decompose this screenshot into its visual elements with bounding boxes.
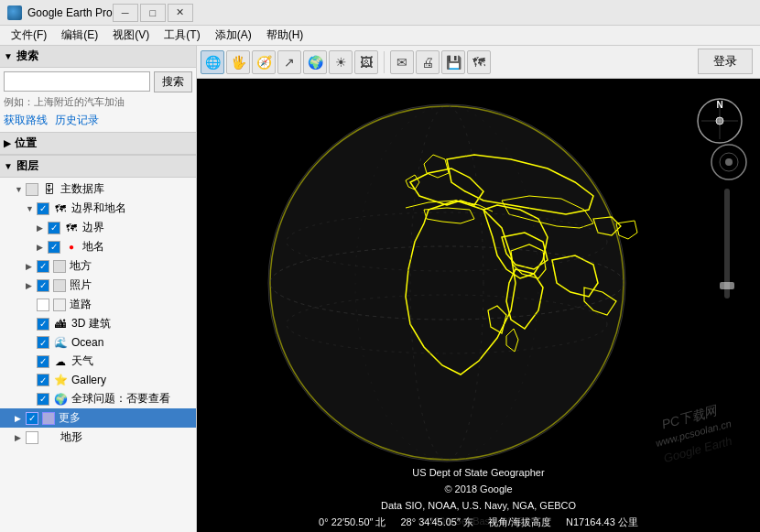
expand-icon: ▶ bbox=[37, 223, 46, 233]
login-button[interactable]: 登录 bbox=[698, 49, 753, 74]
search-input[interactable] bbox=[4, 71, 150, 92]
right-area: 🌐 🖐 🧭 ↗ 🌍 ☀ 🖼 ✉ 🖨 💾 🗺 登录 bbox=[197, 46, 760, 532]
layer-more[interactable]: ▶ ✓ 更多 bbox=[0, 408, 196, 428]
layer-check[interactable] bbox=[26, 183, 38, 196]
layer-check[interactable]: ✓ bbox=[37, 318, 49, 331]
expand-icon: ▶ bbox=[26, 281, 35, 290]
globe-svg bbox=[227, 91, 667, 475]
layer-icon: ● bbox=[64, 240, 79, 255]
nav-compass[interactable]: N bbox=[696, 97, 742, 143]
menu-edit[interactable]: 编辑(E) bbox=[54, 26, 105, 46]
layer-borders-names[interactable]: ▼ ✓ 🗺 边界和地名 bbox=[0, 199, 196, 218]
toolbar-save-btn[interactable]: 💾 bbox=[441, 50, 465, 74]
layer-icon bbox=[42, 430, 57, 445]
layer-roads[interactable]: 道路 bbox=[0, 295, 196, 314]
nav-zoom-track[interactable] bbox=[724, 189, 730, 299]
history-link[interactable]: 历史记录 bbox=[55, 113, 99, 128]
menu-view[interactable]: 视图(V) bbox=[105, 26, 157, 46]
layers-section: ▼ 图层 ▼ 🗄 主数据库 ▼ ✓ 🗺 边界和地名 ▶ bbox=[0, 156, 196, 532]
globe-view[interactable]: N US Dept of State Geographer bbox=[197, 79, 760, 532]
toolbar-print-btn[interactable]: 🖨 bbox=[416, 50, 440, 74]
search-links: 获取路线 历史记录 bbox=[4, 113, 192, 128]
layer-check[interactable] bbox=[37, 299, 49, 311]
layer-photos[interactable]: ▶ ✓ 照片 bbox=[0, 276, 196, 295]
toolbar-img-btn[interactable]: 🖼 bbox=[354, 50, 378, 74]
search-hint: 例如：上海附近的汽车加油 bbox=[4, 95, 192, 109]
layer-terrain[interactable]: ▶ 地形 bbox=[0, 428, 196, 447]
search-button[interactable]: 搜索 bbox=[154, 71, 192, 92]
layer-check[interactable]: ✓ bbox=[48, 241, 60, 254]
toolbar-map-btn[interactable]: 🗺 bbox=[467, 50, 491, 74]
expand-icon: ▼ bbox=[15, 185, 24, 194]
search-header[interactable]: ▼ 搜索 bbox=[0, 46, 196, 68]
maximize-button[interactable]: □ bbox=[140, 4, 166, 22]
layer-check[interactable]: ✓ bbox=[37, 393, 49, 406]
expand-icon: ▶ bbox=[15, 414, 24, 423]
position-triangle: ▶ bbox=[4, 138, 11, 148]
globe-toolbar-area: 🌐 🖐 🧭 ↗ 🌍 ☀ 🖼 ✉ 🖨 💾 🗺 登录 bbox=[197, 46, 760, 79]
title-text: Google Earth Pro bbox=[27, 6, 113, 19]
layer-check[interactable]: ✓ bbox=[37, 279, 49, 292]
layer-label: 3D 建筑 bbox=[71, 316, 111, 331]
layer-label: 边界和地名 bbox=[71, 201, 126, 216]
toolbar-globe-btn[interactable]: 🌐 bbox=[201, 50, 224, 74]
attribution-line-2: © 2018 Google bbox=[444, 482, 512, 498]
layer-borders[interactable]: ▶ ✓ 🗺 边界 bbox=[0, 218, 196, 237]
layer-check[interactable]: ✓ bbox=[37, 336, 49, 349]
layer-icon: 🗺 bbox=[64, 221, 79, 235]
layer-label: 地形 bbox=[60, 429, 82, 445]
nav-ring[interactable] bbox=[710, 143, 746, 179]
toolbar-login-area: 登录 bbox=[494, 46, 760, 79]
menu-tools[interactable]: 工具(T) bbox=[157, 26, 207, 46]
toolbar-email-btn[interactable]: ✉ bbox=[390, 50, 414, 74]
layer-icon bbox=[53, 279, 66, 292]
nav-zoom-thumb[interactable] bbox=[720, 282, 734, 289]
menu-file[interactable]: 文件(F) bbox=[4, 26, 54, 46]
coord-altitude: N17164.43 公里 bbox=[566, 516, 638, 529]
layer-icon: 🏙 bbox=[53, 317, 68, 331]
toolbar-view2-btn[interactable]: 🌍 bbox=[303, 50, 327, 74]
minimize-button[interactable]: ─ bbox=[113, 4, 138, 22]
nav-ring-svg bbox=[710, 143, 748, 181]
layer-check[interactable]: ✓ bbox=[26, 412, 38, 425]
layer-icon bbox=[42, 412, 55, 425]
layer-icon bbox=[53, 260, 66, 273]
toolbar-path-btn[interactable]: ↗ bbox=[277, 50, 301, 74]
layer-check[interactable]: ✓ bbox=[37, 355, 49, 368]
svg-point-11 bbox=[716, 117, 723, 125]
layer-check[interactable] bbox=[26, 431, 38, 444]
status-coords: 0° 22′50.50″ 北 28° 34′45.05″ 东 视角/海拔高度 N… bbox=[197, 512, 760, 532]
svg-point-14 bbox=[725, 158, 733, 166]
layer-check[interactable]: ✓ bbox=[37, 202, 49, 215]
toolbar-hand-btn[interactable]: 🖐 bbox=[226, 50, 250, 74]
layer-main-db[interactable]: ▼ 🗄 主数据库 bbox=[0, 179, 196, 199]
layer-weather[interactable]: ✓ ☁ 天气 bbox=[0, 352, 196, 371]
layer-icon: 🌍 bbox=[53, 392, 68, 407]
layer-global-tour[interactable]: ✓ 🌍 全球问题：否要查看 bbox=[0, 389, 196, 408]
get-route-link[interactable]: 获取路线 bbox=[4, 113, 48, 128]
layer-places[interactable]: ▶ ✓ 地方 bbox=[0, 256, 196, 276]
layer-3d-buildings[interactable]: ✓ 🏙 3D 建筑 bbox=[0, 314, 196, 333]
toolbar-nav-btn[interactable]: 🧭 bbox=[252, 50, 276, 74]
position-section: ▶ 位置 bbox=[0, 133, 196, 156]
layer-check[interactable]: ✓ bbox=[37, 374, 49, 386]
close-button[interactable]: ✕ bbox=[168, 4, 193, 22]
position-header[interactable]: ▶ 位置 bbox=[0, 133, 196, 155]
globe-container bbox=[206, 106, 687, 459]
search-body: 搜索 例如：上海附近的汽车加油 获取路线 历史记录 bbox=[0, 68, 196, 132]
layers-triangle: ▼ bbox=[4, 161, 13, 171]
layer-gallery[interactable]: ✓ ⭐ Gallery bbox=[0, 371, 196, 389]
layer-ocean[interactable]: ✓ 🌊 Ocean bbox=[0, 333, 196, 352]
layer-check[interactable]: ✓ bbox=[37, 260, 49, 273]
window-controls: ─ □ ✕ bbox=[113, 4, 193, 22]
menu-add[interactable]: 添加(A) bbox=[208, 26, 259, 46]
layers-header[interactable]: ▼ 图层 bbox=[0, 156, 196, 178]
toolbar-sun-btn[interactable]: ☀ bbox=[329, 50, 353, 74]
menu-help[interactable]: 帮助(H) bbox=[259, 26, 311, 46]
layer-place-names[interactable]: ▶ ✓ ● 地名 bbox=[0, 237, 196, 256]
compass-svg: N bbox=[696, 97, 744, 145]
coord-view: 视角/海拔高度 bbox=[488, 516, 551, 529]
layers-body: ▼ 🗄 主数据库 ▼ ✓ 🗺 边界和地名 ▶ ✓ 🗺 边界 bbox=[0, 178, 196, 449]
layer-check[interactable]: ✓ bbox=[48, 222, 60, 234]
coord-lat: 0° 22′50.50″ 北 bbox=[319, 516, 385, 529]
